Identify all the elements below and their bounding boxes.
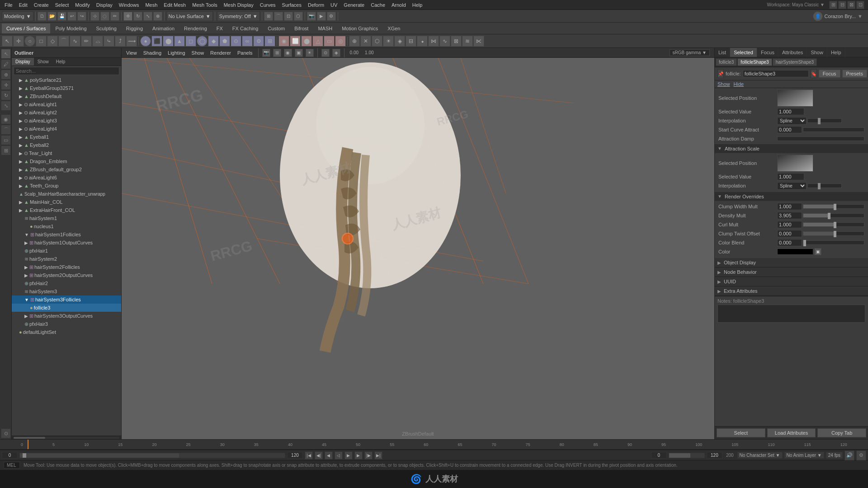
live-surface-dropdown[interactable]: No Live Surface ▼ (166, 11, 213, 21)
pb-play-fwd-btn[interactable]: ▶ (344, 451, 353, 460)
workspace-icon2[interactable]: ⊟ (838, 1, 846, 9)
attr-tab-help[interactable]: Help (827, 48, 845, 57)
open-file-icon[interactable]: 📂 (47, 12, 57, 21)
attr-uuid-header[interactable]: ▶ UUID (715, 277, 868, 286)
undo-icon[interactable]: ↩ (67, 12, 76, 21)
camera2-icon[interactable]: ⬡ (372, 36, 382, 47)
attr-show-link[interactable]: Show (717, 81, 730, 87)
attr-selected-value-bottom[interactable] (777, 173, 804, 180)
curve-tool-icon[interactable]: ○ (24, 36, 35, 47)
render-settings-icon[interactable]: ⚙ (327, 12, 336, 21)
joint-icon[interactable]: ⊕ (349, 36, 360, 47)
list-item[interactable]: ▶▲ZBrushDefault (12, 92, 121, 100)
lasso-icon[interactable]: ◌ (100, 12, 109, 21)
attr-tab-attributes[interactable]: Attributes (778, 48, 807, 57)
select-arrow-icon[interactable]: ↖ (2, 36, 13, 47)
color-space-dropdown[interactable]: sRGB gamma ▼ (670, 49, 710, 56)
tab-custom[interactable]: Custom (263, 23, 289, 33)
list-item[interactable]: ▶⊙aiAreaLight3 (12, 117, 121, 125)
menu-modify[interactable]: Modify (72, 0, 92, 9)
menu-cache[interactable]: Cache (368, 0, 388, 9)
attr-node-tab-follicle-shape3[interactable]: follicleShape3 (737, 58, 772, 66)
list-item[interactable]: ⊕pfxHair2 (12, 279, 121, 287)
menu-curves[interactable]: Curves (257, 0, 278, 9)
tab-mash[interactable]: MASH (313, 23, 337, 33)
save-file-icon[interactable]: 💾 (57, 12, 66, 21)
menu-arnold[interactable]: Arnold (389, 0, 409, 9)
list-item[interactable]: ▶⊙aiAreaLight4 (12, 125, 121, 133)
user-icon[interactable]: 👤 (813, 11, 823, 21)
move-tool-icon[interactable]: ✛ (13, 36, 24, 47)
poly-curve-icon[interactable]: ◇ (47, 36, 58, 47)
list-item[interactable]: ▶⊙aiAreaLight1 (12, 100, 121, 108)
move-mode-icon[interactable]: ✛ (1, 80, 11, 90)
outliner-tab-display[interactable]: Display (12, 58, 34, 66)
tab-motion-graphics[interactable]: Motion Graphics (337, 23, 382, 33)
vp-renderer-btn[interactable]: Renderer (208, 50, 233, 56)
list-item-hairsystem3follicles[interactable]: ▼⊞hairSystem3Follicles (12, 296, 121, 304)
prism-icon[interactable]: ◆ (208, 36, 219, 47)
timeline-range-end-field[interactable] (707, 452, 722, 459)
pb-step-fwd-btn[interactable]: ▶ (354, 451, 363, 460)
snap-grid-icon[interactable]: ⊞ (264, 12, 273, 21)
menu-mesh[interactable]: Mesh (142, 0, 160, 9)
pb-play-back-btn[interactable]: ◁ (335, 451, 343, 460)
list-item[interactable]: ▶▲EyeballGroup32571 (12, 84, 121, 92)
timeline-inner-range[interactable] (669, 453, 705, 458)
pb-next-key-btn[interactable]: |▶ (364, 451, 373, 460)
list-item[interactable]: ▶⊙aiAreaLight2 (12, 108, 121, 117)
menu-file[interactable]: File (2, 0, 15, 9)
mel-indicator[interactable]: MEL (4, 462, 20, 469)
nurbs-cyl-icon[interactable]: ⬤ (301, 36, 312, 47)
attr-object-display-header[interactable]: ▶ Object Display (715, 258, 868, 267)
attr-tab-show[interactable]: Show (807, 48, 827, 57)
nurbs-sphere-icon[interactable]: ◉ (278, 36, 289, 47)
attr-curl-mult-input[interactable] (777, 221, 802, 228)
timeline-range-start-field[interactable] (651, 452, 667, 459)
plane-icon[interactable]: ◻ (185, 36, 196, 47)
torus-icon[interactable]: ◯ (197, 36, 208, 47)
attr-render-overrides-header[interactable]: ▼ Render Overrides (715, 192, 868, 201)
list-item[interactable]: ▶▲Eyeball2 (12, 141, 121, 149)
attr-attraction-scale-header[interactable]: ▼ Attraction Scale (715, 144, 868, 153)
list-item[interactable]: ▶▲Eyeball1 (12, 133, 121, 141)
tab-rigging[interactable]: Rigging (122, 23, 147, 33)
nurbs-cone-icon[interactable]: △ (312, 36, 323, 47)
list-item[interactable]: ▶⊙Tear_Light (12, 149, 121, 157)
pb-step-back-btn[interactable]: ◀ (325, 451, 333, 460)
cylinder-icon[interactable]: ⬤ (163, 36, 174, 47)
menu-mesh-tools[interactable]: Mesh Tools (189, 0, 220, 9)
list-item[interactable]: ⊕pfxHair1 (12, 247, 121, 255)
attr-density-mult-input[interactable] (777, 212, 802, 219)
attr-interpolation-bottom-dropdown[interactable]: Spline Linear Constant (777, 182, 807, 190)
menu-create[interactable]: Create (31, 0, 52, 9)
cone-icon[interactable]: ▲ (174, 36, 185, 47)
arc-icon[interactable]: ⌓ (92, 36, 103, 47)
list-item[interactable]: ▼⊞hairSystem1Follicles (12, 230, 121, 239)
timeline-settings-icon[interactable]: ⚙ (856, 450, 866, 460)
list-item[interactable]: ▶▲Teeth_Group (12, 182, 121, 190)
timeline-start-field[interactable] (2, 452, 18, 459)
vp-shaded-icon[interactable]: ◉ (284, 49, 292, 57)
list-item[interactable]: ●defaultLightSet (12, 328, 121, 336)
attr-curl-mult-slider[interactable] (803, 222, 864, 227)
timeline-ruler[interactable]: 0 5 10 15 20 25 30 35 40 45 50 55 60 65 … (0, 440, 868, 450)
symmetry-dropdown[interactable]: Symmetry: Off ▼ (217, 11, 260, 21)
ncloth-icon[interactable]: ⋉ (473, 36, 484, 47)
menu-mesh-display[interactable]: Mesh Display (221, 0, 256, 9)
list-item[interactable]: ⊕pfxHair3 (12, 320, 121, 328)
attr-clump-width-input[interactable] (777, 203, 802, 210)
snap-curve-icon[interactable]: ⌒ (274, 12, 283, 21)
attr-follicle-input[interactable] (743, 70, 809, 77)
tab-fx-caching[interactable]: FX Caching (228, 23, 263, 33)
menu-windows[interactable]: Windows (116, 0, 142, 9)
list-item[interactable]: ▶⊞hairSystem2OutputCurves (12, 271, 121, 279)
cube-icon[interactable]: ⬛ (151, 36, 162, 47)
tab-xgen[interactable]: XGen (383, 23, 405, 33)
attr-bookmark-icon[interactable]: 🔖 (811, 69, 817, 78)
vp-texture-icon[interactable]: ▣ (295, 49, 303, 57)
curve-mode-icon[interactable]: ⌒ (1, 125, 11, 135)
list-item[interactable]: ≋hairSystem2 (12, 255, 121, 263)
list-item[interactable]: ▶▲ExtraHairFront_COL (12, 206, 121, 214)
vp-panels-btn[interactable]: Panels (236, 50, 255, 56)
